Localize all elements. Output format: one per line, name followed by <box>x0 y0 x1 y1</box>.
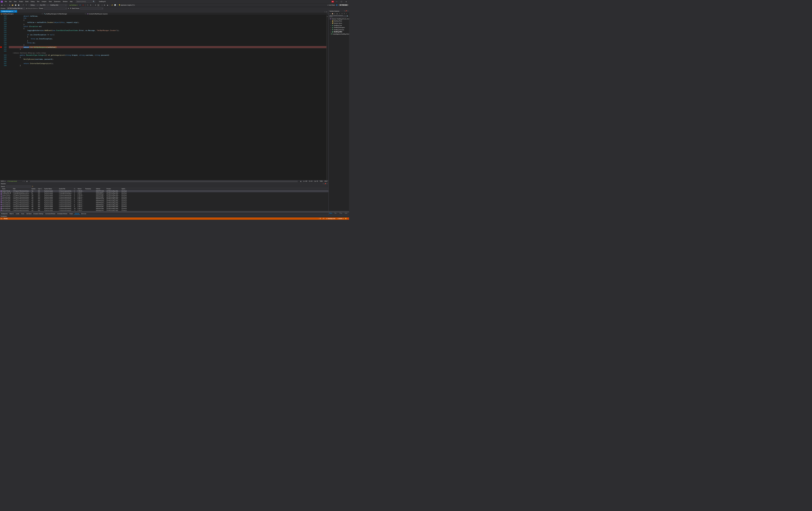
run-to-click-icon[interactable]: →| <box>100 4 103 6</box>
solution-root[interactable]: ▸▣Solution 'DasBlog All' (11 of 11 <box>329 18 349 20</box>
step-into-icon[interactable]: ⬇ <box>90 4 92 6</box>
diag-icon[interactable]: 📊 <box>114 4 116 6</box>
new-item-icon[interactable]: ⊕ <box>8 4 10 6</box>
overview-ruler[interactable]: ⊞ <box>326 15 328 180</box>
git-pull-button[interactable]: ↓ 0 <box>322 218 324 219</box>
tree-node-newtelligence-dasblog-runt[interactable]: ▸▣newtelligence.DasBlog.Runt <box>329 33 349 35</box>
se-close-icon[interactable]: ✕ <box>347 10 348 11</box>
menu-view[interactable]: View <box>13 1 17 3</box>
line-indicator[interactable]: Ln: 140 <box>303 181 307 182</box>
repo-button[interactable]: ⎇ dasblog-core <box>326 218 336 219</box>
app-insights-button[interactable]: 💡 Application Insights (?) ▾ <box>119 4 135 6</box>
menu-analyze[interactable]: Analyze <box>41 1 47 3</box>
step-over-icon[interactable]: ⤵ <box>87 4 89 6</box>
se-h-scrollbar[interactable] <box>329 211 349 213</box>
glyph-margin[interactable] <box>0 15 2 180</box>
module-row[interactable]: Microsoft.Exten...C:\Program Files\dotne… <box>0 210 328 211</box>
col-indicator[interactable]: Col: 49 <box>314 181 318 182</box>
close-tab-icon[interactable]: × <box>16 10 16 12</box>
tree-node-solution items[interactable]: ▸📁Solution Items <box>329 22 349 24</box>
modules-col-2[interactable]: Optimized <box>31 188 37 190</box>
modules-col-6[interactable]: Or... <box>74 188 77 190</box>
tabs-indicator[interactable]: TABS <box>320 181 323 182</box>
right-tab[interactable]: Prop... <box>339 213 344 215</box>
tree-node-dasblog-managers[interactable]: ▸▣DasBlog.Managers <box>329 26 349 29</box>
bottom-tab-locals[interactable]: Locals <box>15 213 20 215</box>
undo-icon[interactable]: ↶ <box>22 4 24 6</box>
tree-node-dasblog-core[interactable]: ▸▣DasBlog.Core <box>329 24 349 26</box>
intellitrace-icon[interactable]: ⧉ <box>103 4 106 6</box>
module-row[interactable]: System.Runtim...C:\Program Files\dotnet\… <box>0 194 328 196</box>
se-collapse-icon[interactable]: ⊟ <box>341 13 343 15</box>
zoom-level[interactable]: 100 % ▾ <box>1 181 5 182</box>
se-properties-icon[interactable]: ☰ <box>343 13 345 15</box>
thread-filter-icon[interactable]: ▼ <box>68 7 69 9</box>
continue-button[interactable]: ▶ Continue ▾ <box>69 4 78 6</box>
modules-col-3[interactable]: User Code <box>37 188 44 190</box>
search-box[interactable]: Search (Ctrl+Q) 🔍 <box>76 0 95 3</box>
git-push-button[interactable]: ↑ 0 <box>319 218 321 219</box>
se-back-icon[interactable]: ⟲ <box>329 13 331 15</box>
step-out-icon[interactable]: ⬆ <box>94 4 96 6</box>
lifecycle-events[interactable]: ▣ Lifecycle Events ▾ <box>26 7 38 9</box>
containers-tab[interactable]: Containers <box>1 216 7 217</box>
se-preview-icon[interactable]: ▾ <box>346 13 348 15</box>
bottom-tab-watch-1[interactable]: Watch 1 <box>8 213 14 215</box>
right-tab[interactable]: Solut... <box>329 213 334 215</box>
menu-debug[interactable]: Debug <box>30 1 35 3</box>
menu-tools[interactable]: Tools <box>48 1 52 3</box>
modules-table-header[interactable]: NamePathOptimizedUser CodeSymbol StatusS… <box>0 188 328 190</box>
save-icon[interactable]: 💾 <box>14 4 17 6</box>
code-editor[interactable]: 1251261271281291301311321331341351361371… <box>0 15 328 180</box>
menu-build[interactable]: Build <box>25 1 29 3</box>
module-row[interactable]: Microsoft.Exten...C:\Program Files\dotne… <box>0 202 328 204</box>
modules-col-11[interactable]: AppDomain <box>121 188 127 190</box>
se-home-icon[interactable]: 🏠 <box>331 13 334 15</box>
se-sync-icon[interactable]: ⟳ <box>334 13 336 15</box>
right-tab[interactable]: Notif... <box>344 213 349 215</box>
panel-dropdown-icon[interactable]: ▾ <box>323 183 324 184</box>
breakpoint-icon[interactable] <box>0 46 2 48</box>
se-pin-icon[interactable]: 📌 <box>345 10 347 11</box>
module-row[interactable]: Microsoft.AspN...C:\Program Files\dotnet… <box>0 200 328 202</box>
process-dropdown[interactable]: [22728] DasBlog.Web.exe <box>6 7 25 9</box>
user-badge[interactable]: MD <box>331 1 334 2</box>
close-button[interactable]: ✕ <box>344 0 348 3</box>
branch-button[interactable]: ⑂ master ▴ <box>337 218 343 219</box>
se-showall-icon[interactable]: ▦ <box>336 13 338 15</box>
maximize-button[interactable]: ☐ <box>339 0 344 3</box>
scroll-right-icon[interactable]: ▶ <box>300 181 302 182</box>
snapshot-icon[interactable]: ◉ <box>106 4 109 6</box>
bottom-tab-error-list[interactable]: Error List <box>80 213 87 215</box>
perf-icon[interactable]: ⚡ <box>111 4 113 6</box>
modules-search-input[interactable] <box>6 186 31 188</box>
tab-xmlrpcmanager[interactable]: XmlRpcManager.cs 📌 × <box>0 10 18 12</box>
redo-icon[interactable]: ↷ <box>25 4 27 6</box>
save-all-icon[interactable]: 💾 <box>18 4 20 6</box>
module-row[interactable]: Microsoft.AspN...C:\Program Files\dotnet… <box>0 196 328 198</box>
code-text[interactable]: object retValue; try { retValue = method… <box>9 15 326 180</box>
right-tab[interactable]: Team... <box>334 213 339 215</box>
bottom-tab-output[interactable]: Output <box>68 213 74 215</box>
panel-close-icon[interactable]: ✕ <box>326 183 327 184</box>
thread-dropdown[interactable] <box>44 7 67 9</box>
h-scrollbar[interactable] <box>30 181 298 182</box>
nav-method[interactable]: ⦿Invoke(XmlRpcRequest request) <box>86 12 328 15</box>
nav-fwd-icon[interactable]: ▸ <box>4 4 6 6</box>
nav-class[interactable]: 🔧DasBlog.Managers.XmlRpcManager <box>43 12 86 15</box>
menu-edit[interactable]: Edit <box>9 1 12 3</box>
scroll-left-icon[interactable]: ◀ <box>26 181 28 182</box>
module-row[interactable]: Microsoft.Exten...C:\Program Files\dotne… <box>0 208 328 210</box>
se-dropdown-icon[interactable]: ▾ <box>344 10 345 11</box>
nav-project[interactable]: ▣DasBlog.Managers <box>0 12 43 15</box>
health-icon[interactable]: ⤢ ▾ <box>22 181 24 182</box>
menu-file[interactable]: File <box>4 1 7 3</box>
modules-col-10[interactable]: Process <box>106 188 121 190</box>
modules-col-7[interactable]: Version <box>77 188 84 190</box>
stop-icon[interactable]: ■ <box>82 4 84 6</box>
bottom-tab-command-window[interactable]: Command Window <box>44 213 56 215</box>
se-search-icon[interactable]: 🔍 <box>347 16 349 17</box>
menu-project[interactable]: Project <box>19 1 24 3</box>
se-search-input[interactable]: Search Solution Explorer (Ctrl+ <box>329 15 347 18</box>
modules-col-9[interactable]: Address <box>95 188 106 190</box>
